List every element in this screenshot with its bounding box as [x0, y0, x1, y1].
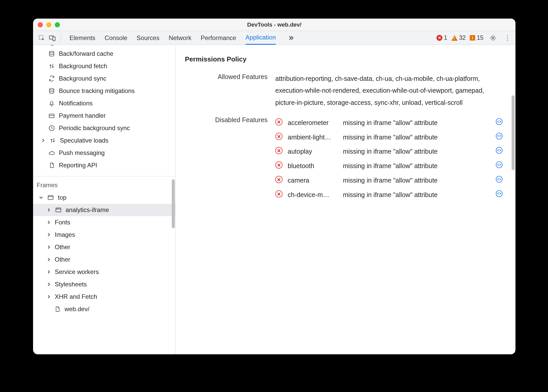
- body: Background services Back/forward cacheBa…: [33, 45, 515, 354]
- frame-analytics-iframe[interactable]: analytics-iframe: [33, 204, 175, 216]
- caret-right-icon: [46, 221, 51, 224]
- allowed-features-row: Allowed Features attribution-reporting, …: [185, 73, 506, 108]
- warnings-badge[interactable]: 32: [451, 34, 466, 41]
- iframe-icon: [55, 206, 62, 214]
- disabled-icon: [275, 190, 283, 198]
- disabled-icon: [275, 147, 283, 154]
- disabled-feature-name: ambient-light…: [288, 132, 339, 143]
- frame-child-images[interactable]: Images: [33, 229, 175, 241]
- toolbar-right: ✕ 1 32 ! 15 ⋮: [436, 34, 512, 42]
- sidebar-item-label: Periodic background sync: [59, 124, 130, 132]
- sidebar-item-label: Bounce tracking mitigations: [59, 87, 135, 95]
- clock-icon: [48, 124, 55, 132]
- warning-icon: [451, 35, 458, 41]
- sidebar-scrollbar[interactable]: [172, 179, 175, 228]
- reveal-source-button[interactable]: <>: [496, 176, 503, 183]
- doc-icon: [54, 305, 61, 313]
- frame-child-fonts[interactable]: Fonts: [33, 216, 175, 229]
- tab-sources[interactable]: Sources: [137, 31, 159, 45]
- errors-count: 1: [444, 34, 447, 41]
- updown-icon: [49, 137, 56, 144]
- sidebar-item-background-sync[interactable]: Background sync: [33, 72, 175, 85]
- more-tabs-button[interactable]: [287, 35, 295, 41]
- disabled-feature-reason: missing in iframe "allow" attribute: [343, 189, 492, 201]
- error-icon: ✕: [436, 35, 442, 41]
- permissions-policy-heading: Permissions Policy: [185, 55, 506, 63]
- disabled-icon: [275, 161, 283, 169]
- reveal-source-button[interactable]: <>: [496, 118, 503, 125]
- sidebar-item-push-messaging[interactable]: Push messaging: [33, 147, 175, 159]
- frame-child-other[interactable]: Other: [33, 241, 175, 253]
- db-icon: [48, 50, 55, 57]
- main-panel[interactable]: Permissions Policy Allowed Features attr…: [176, 45, 515, 354]
- inspect-element-icon[interactable]: [38, 34, 45, 42]
- disabled-icon: [275, 176, 283, 183]
- svg-rect-9: [56, 208, 61, 212]
- toolbar-separator: [61, 34, 61, 42]
- issues-count: 15: [477, 34, 483, 41]
- cloud-icon: [48, 149, 55, 156]
- disabled-icon: [275, 118, 283, 126]
- tab-application[interactable]: Application: [246, 31, 276, 45]
- main-scrollbar[interactable]: [512, 95, 515, 170]
- sidebar-scroll[interactable]: Background services Back/forward cacheBa…: [33, 45, 175, 354]
- sidebar-item-background-fetch[interactable]: Background fetch: [33, 60, 175, 72]
- tab-performance[interactable]: Performance: [201, 31, 236, 45]
- sidebar-item-periodic-background-sync[interactable]: Periodic background sync: [33, 122, 175, 134]
- sidebar-item-back-forward-cache[interactable]: Back/forward cache: [33, 48, 175, 60]
- frame-child-other[interactable]: Other: [33, 253, 175, 266]
- tab-console[interactable]: Console: [105, 31, 127, 45]
- allowed-features-value: attribution-reporting, ch-save-data, ch-…: [275, 73, 506, 108]
- sidebar-item-label: Back/forward cache: [59, 50, 113, 57]
- close-window-button[interactable]: [38, 22, 43, 27]
- svg-rect-8: [48, 195, 53, 199]
- issues-badge[interactable]: ! 15: [470, 34, 483, 41]
- sidebar-item-bounce-tracking-mitigations[interactable]: Bounce tracking mitigations: [33, 85, 175, 97]
- frame-child-service-workers[interactable]: Service workers: [33, 266, 175, 278]
- frame-child-stylesheets[interactable]: Stylesheets: [33, 278, 175, 291]
- svg-rect-2: [53, 37, 55, 41]
- sidebar-item-label: Speculative loads: [60, 137, 108, 144]
- disabled-feature-row: ch-device-m…missing in iframe "allow" at…: [275, 188, 506, 202]
- sidebar-item-payment-handler[interactable]: Payment handler: [33, 109, 175, 122]
- reveal-source-button[interactable]: <>: [496, 161, 503, 168]
- device-toolbar-icon[interactable]: [49, 34, 56, 42]
- frame-child-label: Fonts: [55, 219, 70, 226]
- frame-child-label: Images: [55, 231, 75, 238]
- zoom-window-button[interactable]: [55, 22, 60, 27]
- doc-icon: [48, 162, 55, 169]
- disabled-feature-name: bluetooth: [288, 160, 339, 172]
- more-options-button[interactable]: ⋮: [503, 34, 512, 42]
- sidebar-item-label: Notifications: [59, 100, 93, 107]
- frame-child-xhr-and-fetch[interactable]: XHR and Fetch: [33, 291, 175, 303]
- disabled-feature-reason: missing in iframe "allow" attribute: [343, 146, 492, 157]
- frame-top[interactable]: top: [33, 191, 175, 204]
- disabled-feature-name: ch-device-m…: [288, 189, 339, 201]
- sidebar-separator: [33, 176, 175, 176]
- reveal-source-button[interactable]: <>: [496, 147, 503, 154]
- caret-right-icon: [46, 245, 51, 249]
- caret-right-icon: [41, 139, 45, 142]
- frame-leaf-label: web.dev/: [65, 305, 89, 313]
- settings-button[interactable]: [489, 34, 497, 42]
- reveal-source-button[interactable]: <>: [496, 133, 503, 139]
- tab-network[interactable]: Network: [169, 31, 191, 45]
- tab-elements[interactable]: Elements: [69, 31, 95, 45]
- section-frames: Frames: [33, 178, 175, 191]
- db-icon: [48, 87, 55, 95]
- sidebar-item-speculative-loads[interactable]: Speculative loads: [33, 134, 175, 147]
- disabled-feature-name: accelerometer: [288, 117, 339, 129]
- caret-right-icon: [46, 233, 51, 237]
- minimize-window-button[interactable]: [46, 22, 51, 27]
- frame-leaf[interactable]: web.dev/: [33, 303, 175, 315]
- sidebar-item-notifications[interactable]: Notifications: [33, 97, 175, 109]
- errors-badge[interactable]: ✕ 1: [436, 34, 447, 41]
- sidebar-item-reporting-api[interactable]: Reporting API: [33, 159, 175, 171]
- reveal-source-button[interactable]: <>: [496, 190, 503, 197]
- caret-right-icon: [46, 295, 51, 299]
- caret-down-icon: [39, 196, 43, 199]
- devtools-window: DevTools - web.dev/ Elements Console Sou…: [33, 19, 515, 354]
- disabled-icon: [275, 133, 283, 140]
- disabled-feature-reason: missing in iframe "allow" attribute: [343, 132, 492, 143]
- disabled-feature-reason: missing in iframe "allow" attribute: [343, 160, 492, 172]
